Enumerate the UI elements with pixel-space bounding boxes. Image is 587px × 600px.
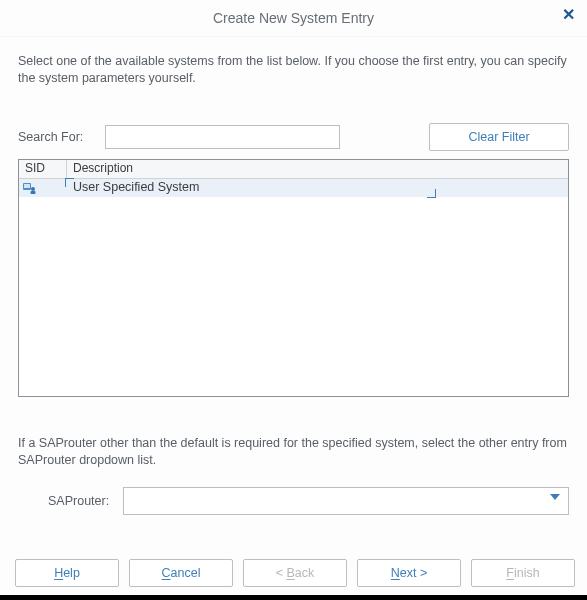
search-input[interactable] [105, 125, 340, 149]
saprouter-note: If a SAProuter other than the default is… [0, 397, 587, 469]
saprouter-label: SAProuter: [48, 494, 109, 508]
search-row: Search For: Clear Filter [0, 113, 587, 159]
clear-filter-button[interactable]: Clear Filter [429, 123, 569, 151]
title-bar: Create New System Entry ✕ [0, 0, 587, 37]
cancel-button[interactable]: Cancel [129, 559, 233, 587]
header-description: Description [67, 160, 568, 178]
finish-button: Finish [471, 559, 575, 587]
table-header: SID Description [19, 160, 568, 179]
help-button[interactable]: Help [15, 559, 119, 587]
header-sid: SID [19, 160, 67, 178]
cell-description: User Specified System [67, 179, 568, 197]
next-label: Next > [391, 566, 427, 580]
instructions-text: Select one of the available systems from… [0, 37, 587, 113]
selection-corner [427, 189, 436, 198]
close-icon[interactable]: ✕ [559, 6, 577, 24]
cancel-label: Cancel [162, 566, 201, 580]
saprouter-row: SAProuter: [0, 469, 587, 515]
cell-sid [19, 179, 67, 197]
finish-label: Finish [506, 566, 539, 580]
back-button: < Back [243, 559, 347, 587]
next-button[interactable]: Next > [357, 559, 461, 587]
table-row[interactable]: User Specified System [19, 179, 568, 197]
search-label: Search For: [18, 130, 83, 144]
dialog-title: Create New System Entry [213, 10, 374, 26]
back-label: < Back [276, 566, 315, 580]
user-system-icon [23, 182, 36, 194]
svg-rect-3 [31, 191, 36, 194]
help-label: Help [54, 566, 80, 580]
search-left: Search For: [18, 125, 340, 149]
selection-corner [65, 178, 74, 187]
svg-point-2 [31, 187, 35, 191]
chevron-down-icon [550, 494, 560, 500]
systems-table[interactable]: SID Description User Specified System [18, 159, 569, 397]
dialog-window: Create New System Entry ✕ Select one of … [0, 0, 587, 595]
button-bar: Help Cancel < Back Next > Finish [0, 559, 587, 587]
saprouter-dropdown[interactable] [123, 487, 569, 515]
svg-rect-1 [24, 184, 30, 188]
bottom-strip [0, 595, 587, 600]
